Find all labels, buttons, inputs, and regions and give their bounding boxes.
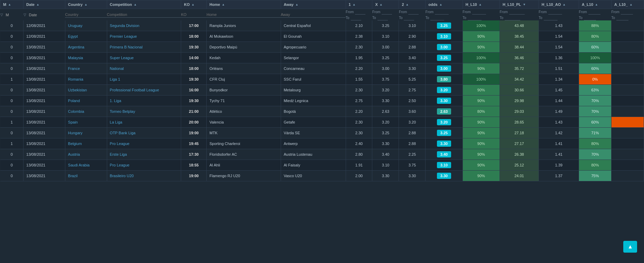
- table-row[interactable]: 0 13/08/2021 Hungary OTP Bank Liga 19:00…: [0, 128, 644, 138]
- sort-icon-hl10ao: ▲: [563, 3, 566, 6]
- filter-al10-from[interactable]: [588, 9, 600, 15]
- cell-country: Saudi Arabia: [65, 160, 107, 171]
- filter-ko-input[interactable]: [181, 12, 207, 18]
- col-header-home[interactable]: Home ▲: [207, 0, 281, 9]
- col-header-2[interactable]: 2 ▲: [399, 0, 426, 9]
- col-header-date[interactable]: Date ▲: [24, 0, 65, 9]
- filter-hl10-from[interactable]: [472, 9, 486, 15]
- filter-1-from[interactable]: [355, 9, 365, 15]
- filter-1-to[interactable]: [351, 15, 361, 20]
- cell-date: 13/08/2021: [24, 160, 65, 171]
- col-header-odds[interactable]: odds ▲: [426, 0, 463, 9]
- sort-icon-hl10pl: ▼: [523, 3, 526, 6]
- cell-competition: Erste Liga: [107, 149, 181, 160]
- cell-date: 13/08/2021: [24, 117, 65, 128]
- filter-hl10pl-to[interactable]: [505, 15, 520, 20]
- filter-hl10ao-from[interactable]: [548, 9, 562, 15]
- cell-x: 3.20: [372, 85, 399, 96]
- filter-home-cell[interactable]: [207, 9, 281, 21]
- filter-away-cell[interactable]: [281, 9, 346, 21]
- cell-date: 12/08/2021: [24, 20, 65, 31]
- col-header-x[interactable]: X ▲: [372, 0, 399, 9]
- table-row[interactable]: 0 13/08/2021 Argentina Primera B Naciona…: [0, 42, 644, 53]
- table-row[interactable]: 1 13/08/2021 Spain La Liga 20:00 Valenci…: [0, 117, 644, 128]
- filter-odds-to[interactable]: [430, 15, 444, 20]
- cell-x: 3.30: [372, 171, 399, 181]
- table-row[interactable]: 0 13/08/2021 Saudi Arabia Pro League 18:…: [0, 160, 644, 171]
- cell-odds: 3.20: [426, 117, 463, 128]
- filter-country-cell[interactable]: [65, 9, 107, 21]
- cell-x: 3.25: [372, 128, 399, 138]
- col-header-hl10ao[interactable]: H_L10_AO ▲: [539, 0, 579, 9]
- cell-hl10pl: 38.44: [500, 42, 539, 53]
- filter-odds-from[interactable]: [435, 9, 449, 15]
- cell-date: 13/08/2021: [24, 171, 65, 181]
- col-header-m[interactable]: M ▲: [0, 0, 24, 9]
- sort-icon-date: ▲: [36, 3, 39, 6]
- filter-country-input[interactable]: [65, 12, 107, 18]
- col-header-al10x[interactable]: A_L10_ ▲: [611, 0, 644, 9]
- filter-home-input[interactable]: [207, 12, 281, 18]
- filter-al10-from-label: From: [579, 10, 587, 14]
- table-row[interactable]: 1 13/08/2021 Romania Liga 1 19:30 CFR Cl…: [0, 74, 644, 85]
- table-row[interactable]: 0 13/08/2021 Colombia Torneo Betplay 21:…: [0, 106, 644, 117]
- filter-x-to[interactable]: [377, 15, 388, 20]
- cell-date: 13/08/2021: [24, 53, 65, 63]
- table-body: 0 12/08/2021 Uruguay Segunda Division 17…: [0, 20, 644, 181]
- col-1-label: 1: [349, 2, 351, 7]
- table-row[interactable]: 0 12/08/2021 Uruguay Segunda Division 17…: [0, 20, 644, 31]
- filter-ko-cell[interactable]: [181, 9, 207, 21]
- cell-2: 3.60: [399, 106, 426, 117]
- filter-2-from[interactable]: [408, 9, 419, 15]
- sort-icon-al10: ▲: [595, 3, 598, 6]
- cell-competition: Professional Football League: [107, 85, 181, 96]
- col-2-label: 2: [402, 2, 404, 7]
- sort-icon-competition: ▲: [134, 3, 137, 6]
- cell-hl10ao: 1.49: [539, 106, 579, 117]
- filter-al10x-to[interactable]: [616, 15, 628, 20]
- cell-home: Orléans: [207, 63, 281, 74]
- table-row[interactable]: 0 13/08/2021 France National 18:00 Orléa…: [0, 63, 644, 74]
- table-row[interactable]: 1 13/08/2021 Belgium Pro League 19:45 Sp…: [0, 138, 644, 149]
- filter-competition-cell[interactable]: [107, 9, 181, 21]
- cell-date: 13/08/2021: [24, 42, 65, 53]
- table-row[interactable]: 0 13/08/2021 Poland 1. Liga 19:30 Tychy …: [0, 96, 644, 106]
- filter-2-to[interactable]: [404, 15, 414, 20]
- table-row[interactable]: 0 12/08/2021 Egypt Premier League 18:00 …: [0, 31, 644, 42]
- filter-hl10ao-to[interactable]: [544, 15, 558, 20]
- cell-odds: 3.40: [426, 149, 463, 160]
- table-row[interactable]: 0 13/08/2021 Brazil Brasileiro U20 19:00…: [0, 171, 644, 181]
- filter-x-from[interactable]: [382, 9, 392, 15]
- col-header-hl10[interactable]: H_L10 ▲: [463, 0, 500, 9]
- filter-away-input[interactable]: [281, 12, 346, 18]
- table-row[interactable]: 0 13/08/2021 Uzbekistan Professional Foo…: [0, 85, 644, 96]
- filter-competition-input[interactable]: [107, 12, 181, 18]
- cell-date: 13/08/2021: [24, 74, 65, 85]
- cell-al10x: [611, 31, 644, 42]
- cell-country: Brazil: [65, 171, 107, 181]
- filter-al10x-from[interactable]: [621, 9, 633, 15]
- col-header-country[interactable]: Country ▲: [65, 0, 107, 9]
- col-header-away[interactable]: Away ▲: [281, 0, 346, 9]
- cell-2: 2.75: [399, 85, 426, 96]
- table-row[interactable]: 0 13/08/2021 Austria Erste Liga 17:30 Fl…: [0, 149, 644, 160]
- cell-hl10pl: 28.65: [500, 117, 539, 128]
- col-header-1[interactable]: 1 ▲: [346, 0, 372, 9]
- col-header-al10[interactable]: A_L10 ▲: [579, 0, 612, 9]
- filter-hl10pl-from[interactable]: [509, 9, 525, 15]
- cell-m: 1: [0, 117, 24, 128]
- filter-hl10-to[interactable]: [468, 15, 482, 20]
- cell-al10x: [611, 85, 644, 96]
- col-header-hl10pl[interactable]: H_L10_PL ▼: [500, 0, 539, 9]
- cell-x: 3.10: [372, 160, 399, 171]
- table-row[interactable]: 0 13/08/2021 Malaysia Super League 14:00…: [0, 53, 644, 63]
- cell-away: Miedź Legnica: [281, 96, 346, 106]
- cell-al10x: [611, 106, 644, 117]
- filter-1-to-label: To: [346, 16, 349, 20]
- col-header-competition[interactable]: Competition ▲: [107, 0, 181, 9]
- filter-al10-to[interactable]: [584, 15, 596, 20]
- cell-home: Kedah: [207, 53, 281, 63]
- col-header-ko[interactable]: KO ▲: [181, 0, 207, 9]
- cell-hl10: 90%: [463, 63, 500, 74]
- sort-icon-country: ▲: [84, 3, 87, 6]
